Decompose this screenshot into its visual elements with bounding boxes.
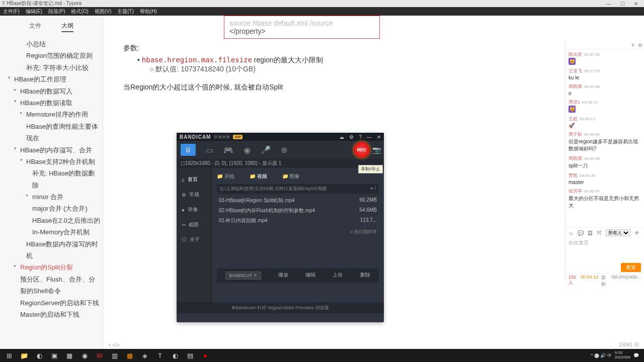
wps-icon[interactable]: W xyxy=(93,350,107,361)
close-icon[interactable]: ✕ xyxy=(377,134,381,140)
chrome-icon[interactable]: ◐ xyxy=(32,350,46,361)
app-icon: T xyxy=(2,1,5,7)
outline-item[interactable]: ▸HBase的数据写入 xyxy=(2,85,101,97)
help-icon[interactable]: ? xyxy=(359,134,362,140)
close-icon[interactable]: ✕ xyxy=(634,1,638,7)
record-button[interactable]: REC xyxy=(354,142,370,158)
eye-icon[interactable]: 👁 xyxy=(634,230,639,236)
outline-item[interactable]: HBase的查询性能主要体现在 xyxy=(2,121,101,144)
app3-icon[interactable]: ▦ xyxy=(123,350,137,361)
outline-item[interactable]: ▾HBase支持2种合并机制 xyxy=(2,156,101,167)
bandicam-footer[interactable]: ⚙ Bandicam 针对 Vegas/Adobe Premiere 的设置 xyxy=(177,302,384,313)
source-toggle[interactable]: < </> xyxy=(108,342,120,348)
tab-outline[interactable]: 大纲 xyxy=(61,22,73,32)
screenshot-icon[interactable]: 📷 xyxy=(372,146,381,154)
nav-item[interactable]: ✂ 截图 xyxy=(177,217,211,232)
file-path[interactable]: Q:\上课临时使用\北京59期-实时计算基础\Day04\视频▸ / xyxy=(217,184,379,194)
app6-icon[interactable]: ▤ xyxy=(183,350,197,361)
outline-item[interactable]: ▸Memstore排序的作用 xyxy=(2,109,101,120)
bandicam-window[interactable]: BANDICAM 班迪录屏 VIP ☁ ⚙ ? — ✕ 🖥 ▭ 🎮 ◉ 🎤 ⊕ … xyxy=(177,133,384,322)
maximize-icon[interactable]: ☐ xyxy=(620,1,625,7)
screen-mode-icon[interactable]: 🖥 xyxy=(181,144,196,156)
minimize-icon[interactable]: — xyxy=(606,1,611,7)
outline-item[interactable]: 预分区、Flush、合并、分裂的Shell命令 xyxy=(2,274,101,297)
action-button[interactable]: 上传 xyxy=(333,272,343,280)
outline-item[interactable]: 小总结 xyxy=(2,38,101,50)
action-button[interactable]: 播放 xyxy=(278,272,288,280)
outline-item[interactable]: ▸minor 合并 xyxy=(2,191,101,203)
minimize-icon[interactable]: — xyxy=(367,134,372,140)
resolution-bar: ☐ 1920x1080 - (0, 0), (1920, 1080) - 显示器… xyxy=(177,159,384,168)
file-tab[interactable]: 📁 视频 xyxy=(250,173,267,180)
file-row[interactable]: 02-HBase的内存Flush机制的控制参数.mp454.6MB xyxy=(217,206,379,216)
tray-icons[interactable]: ^ ⬤ 🔊 中 xyxy=(591,352,612,359)
app4-icon[interactable]: ◈ xyxy=(138,350,152,361)
gear-icon[interactable]: ⚙ xyxy=(349,134,354,140)
nav-item[interactable]: ⚙ 常规 xyxy=(177,187,211,202)
popout-icon[interactable]: ⧉ xyxy=(638,42,642,49)
outline-item[interactable]: 补充: HBase的数据删除 xyxy=(2,167,101,191)
edge-icon[interactable]: ◉ xyxy=(77,350,92,361)
file-row[interactable]: 01-昨日内容回顾.mp4113.7... xyxy=(217,216,379,226)
start-icon[interactable]: ⊞ xyxy=(2,350,16,361)
sort-button[interactable]: ≡ 按日期排序 xyxy=(217,226,379,238)
mic-icon[interactable]: 🎤 xyxy=(261,145,271,155)
menu-item[interactable]: 文件(F) xyxy=(3,8,20,15)
clock[interactable]: 9:522022/6/6 xyxy=(615,351,630,360)
device-mode-icon[interactable]: ▭ xyxy=(206,145,213,155)
explorer-icon[interactable]: 📁 xyxy=(17,350,31,361)
menubar[interactable]: 文件(F)编辑(E)段落(P)格式(O)视图(V)主题(T)帮助(H) xyxy=(0,7,644,16)
app2-icon[interactable]: ▥ xyxy=(108,350,122,361)
menu-item[interactable]: 视图(V) xyxy=(95,8,111,15)
nav-item[interactable]: ● 录像 xyxy=(177,202,211,217)
comment-icon[interactable]: 💬 xyxy=(578,230,584,236)
outline-item[interactable]: HBase数据内存溢写的时机 xyxy=(2,238,101,262)
send-button[interactable]: 发送 xyxy=(621,263,641,272)
outline-item[interactable]: ▸Region的Split分裂 xyxy=(2,261,101,273)
webcam-icon[interactable]: ⊕ xyxy=(281,145,287,155)
chat-message: 周凯闻09:43:40split一刀 xyxy=(569,155,641,169)
system-tray[interactable]: ^ ⬤ 🔊 中 9:522022/6/6 💬 xyxy=(591,351,642,360)
outline-item[interactable]: Master的启动和下线 xyxy=(2,309,101,320)
emoji-icon[interactable]: ☺ xyxy=(569,230,574,236)
terminal-icon[interactable]: ▣ xyxy=(47,350,61,361)
typora-icon[interactable]: T xyxy=(153,350,167,361)
nav-item[interactable]: ⌂ 首页 xyxy=(177,172,211,187)
menu-item[interactable]: 帮助(H) xyxy=(140,8,157,15)
outline-item[interactable]: ▾HBase的内存溢写、合并 xyxy=(2,144,101,156)
menu-item[interactable]: 编辑(E) xyxy=(26,8,42,15)
chat-to-select[interactable]: 所有人 xyxy=(606,229,630,236)
app5-icon[interactable]: ◐ xyxy=(168,350,182,361)
camera-mode-icon[interactable]: ◉ xyxy=(244,145,251,155)
cloud-icon[interactable]: ☁ xyxy=(339,134,344,140)
outline-item[interactable]: HBase在2.0之后推出的In-Memory合并机制 xyxy=(2,215,101,238)
outline-item[interactable]: major合并 (大合并) xyxy=(2,203,101,214)
outline-item[interactable]: RegionServer的启动和下线 xyxy=(2,297,101,309)
record-icon[interactable]: ● xyxy=(198,350,212,361)
menu-item[interactable]: 格式(O) xyxy=(71,8,88,15)
file-row[interactable]: 03-HBase的Region Split机制.mp466.2MB xyxy=(217,196,379,206)
notification-icon[interactable]: 💬 xyxy=(633,353,639,358)
bandicut-button[interactable]: BANDICUT ↗ xyxy=(225,272,261,280)
action-button[interactable]: 删除 xyxy=(360,272,370,280)
bandicam-nav: ⌂ 首页⚙ 常规● 录像✂ 截图ⓘ 关于 xyxy=(177,168,212,302)
menu-item[interactable]: 主题(T) xyxy=(117,8,134,15)
menu-icon[interactable]: ≡ xyxy=(631,42,634,49)
chat-message: 曹凯09:45:39master xyxy=(569,172,641,185)
chat-input[interactable]: 在此发言 xyxy=(566,238,644,262)
file-tab[interactable]: 📁 开始 xyxy=(217,173,234,180)
app1-icon[interactable]: ▦ xyxy=(62,350,76,361)
action-button[interactable]: 编辑 xyxy=(305,272,315,280)
outline-item[interactable]: Region范围的确定原则 xyxy=(2,50,101,61)
nav-item[interactable]: ⓘ 关于 xyxy=(177,232,211,247)
tab-file[interactable]: 文件 xyxy=(29,22,41,32)
menu-item[interactable]: 段落(P) xyxy=(48,8,65,15)
file-tab[interactable]: 📁 图像 xyxy=(282,173,300,180)
outline-item[interactable]: ▾HBase的工作原理 xyxy=(2,73,101,85)
game-mode-icon[interactable]: 🎮 xyxy=(223,145,233,155)
taskbar[interactable]: ⊞ 📁 ◐ ▣ ▦ ◉ W ▥ ▦ ◈ T ◐ ▤ ● ^ ⬤ 🔊 中 9:52… xyxy=(0,349,644,362)
bandicam-titlebar[interactable]: BANDICAM 班迪录屏 VIP ☁ ⚙ ? — ✕ xyxy=(177,133,384,141)
outline-item[interactable]: 补充: 字符串大小比较 xyxy=(2,62,101,73)
outline-item[interactable]: ▾HBase的数据读取 xyxy=(2,97,101,109)
image-icon[interactable]: 🖼 xyxy=(588,230,593,236)
